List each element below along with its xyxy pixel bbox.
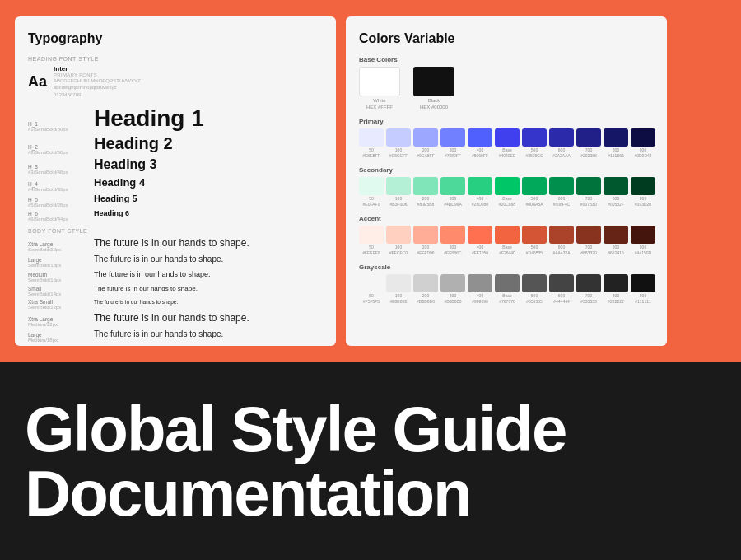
color-label: 400 xyxy=(477,293,483,298)
color-hex-label: #D0D0D0 xyxy=(417,299,435,304)
font-sample-row: Aa Inter PRIMARY FONTS ABCDEFGHIJKLMNOPQ… xyxy=(28,65,323,98)
heading-6-text: Heading 6 xyxy=(94,209,129,218)
color-label: 400 xyxy=(477,147,483,152)
color-swatch xyxy=(413,226,438,244)
secondary-label: Secondary xyxy=(359,166,654,174)
color-label: 500 xyxy=(531,293,538,298)
color-hex-label: #909090 xyxy=(472,299,487,304)
color-hex-label: #F5F5F5 xyxy=(363,299,380,304)
color-hex-label: #4040EE xyxy=(499,153,516,158)
body-sample-3: The future is in our hands to shape. xyxy=(94,270,211,278)
color-hex-label: #44150D xyxy=(635,250,651,255)
color-label: 400 xyxy=(477,196,483,201)
color-hex-label: #9CA8FF xyxy=(417,153,434,158)
color-swatch-wrap: 100#FFCFC0 xyxy=(386,226,411,255)
grayscale-label: Grayscale xyxy=(359,264,654,271)
base-swatch-white: White HEX #FFFF xyxy=(359,67,400,110)
color-hex-label: #FFCFC0 xyxy=(389,250,408,255)
color-label: 900 xyxy=(640,293,646,298)
body-sample-2: The future is in our hands to shape. xyxy=(94,254,223,264)
color-label: 100 xyxy=(395,196,402,201)
color-label: 800 xyxy=(613,147,619,152)
color-swatch-wrap: 100#C5CCFF xyxy=(386,128,411,158)
color-swatch xyxy=(631,274,655,292)
color-label: 100 xyxy=(395,147,402,152)
heading-1-text: Heading 1 xyxy=(94,106,204,132)
color-hex-label: #008F4C xyxy=(553,202,571,207)
color-swatch-wrap: 700#00733D xyxy=(576,177,601,207)
color-hex-label: #C5CCFF xyxy=(389,153,408,158)
color-swatch xyxy=(440,128,465,147)
secondary-section: Secondary 50#E0FAF0100#B3F0D6200#80E5B83… xyxy=(359,166,654,207)
color-label: 500 xyxy=(531,196,538,201)
heading-2-text: Heading 2 xyxy=(94,133,173,153)
color-swatch-wrap: 600#AA432A xyxy=(549,226,574,255)
color-swatch-wrap: 900#0D0D44 xyxy=(631,128,655,158)
color-swatch xyxy=(386,177,411,195)
color-swatch-wrap: Base#707070 xyxy=(495,274,520,304)
body-row-7: LargeMedium/18px The future is in our ha… xyxy=(28,329,323,343)
color-hex-label: #FF7050 xyxy=(472,250,488,255)
heading-key-6: H_6 xyxy=(28,211,86,217)
heading-spec-6: #6/SemiBold/44px xyxy=(28,217,86,222)
color-swatch xyxy=(495,177,520,195)
heading-row-1: H_1 #1/SemiBold/80px Heading 1 xyxy=(28,106,323,132)
color-swatch-wrap: 700#883320 xyxy=(576,226,601,255)
top-section: Typography Heading font style Aa Inter P… xyxy=(0,0,741,362)
color-swatch-wrap: 200#FFAD96 xyxy=(413,226,438,255)
typography-title: Typography xyxy=(28,31,323,46)
color-swatch-wrap: 50#FFEEE8 xyxy=(359,226,384,255)
color-hex-label: #00C668 xyxy=(499,202,515,207)
body-row-8: MediumMedium/16px The future is in our h… xyxy=(28,345,323,346)
color-swatch xyxy=(359,128,384,147)
color-label: 600 xyxy=(558,147,565,152)
color-hex-label: #80E5B8 xyxy=(417,202,435,207)
color-swatch xyxy=(468,177,492,195)
color-hex-label: #555555 xyxy=(526,299,542,304)
accent-section: Accent 50#FFEEE8100#FFCFC0200#FFAD96300#… xyxy=(359,215,654,255)
color-label: 200 xyxy=(422,147,429,152)
color-swatch xyxy=(549,274,574,292)
color-swatch xyxy=(522,226,547,244)
color-swatch xyxy=(604,274,628,292)
base-colors-label: Base Colors xyxy=(359,56,654,63)
color-swatch xyxy=(468,226,492,244)
font-chars-3: 0123456789 xyxy=(54,91,141,98)
body-row-2: LargeSemiBold/18px The future is in our … xyxy=(28,254,323,268)
color-label: 50 xyxy=(369,293,374,298)
color-hex-label: #F26440 xyxy=(499,250,515,255)
white-swatch xyxy=(359,67,400,96)
secondary-color-row: 50#E0FAF0100#B3F0D6200#80E5B8300#4DD99A4… xyxy=(359,177,654,207)
color-label: 50 xyxy=(369,245,374,250)
color-swatch-wrap: 200#9CA8FF xyxy=(413,128,438,158)
color-swatch-wrap: 900#44150D xyxy=(631,226,655,255)
color-swatch-wrap: Base#F26440 xyxy=(495,226,520,255)
color-swatch xyxy=(413,274,438,292)
color-swatch xyxy=(413,177,438,195)
color-hex-label: #202088 xyxy=(580,153,596,158)
color-label: 600 xyxy=(558,196,565,201)
color-hex-label: #883320 xyxy=(580,250,596,255)
color-swatch xyxy=(604,128,628,147)
color-swatch xyxy=(386,274,411,292)
hero-line1: Global Style Guide xyxy=(25,397,566,461)
colors-title: Colors Variable xyxy=(359,31,654,46)
font-chars-2: abcdefghijklmnopqrstuvwxyz xyxy=(54,84,141,91)
color-swatch-wrap: 500#555555 xyxy=(522,274,547,304)
color-hex-label: #0D0D44 xyxy=(634,153,651,158)
color-swatch-wrap: 50#E8EBFF xyxy=(359,128,384,158)
base-colors-row: White HEX #FFFF Black HEX #00000 xyxy=(359,67,654,110)
heading-4-text: Heading 4 xyxy=(94,176,145,189)
color-swatch xyxy=(386,226,411,244)
color-swatch-wrap: 700#333333 xyxy=(576,274,601,304)
color-hex-label: #FFEEE8 xyxy=(362,250,380,255)
color-swatch-wrap: 900#003D20 xyxy=(631,177,655,207)
color-swatch xyxy=(576,177,601,195)
color-swatch-wrap: 600#2A2AAA xyxy=(549,128,574,158)
color-hex-label: #222222 xyxy=(608,299,623,304)
color-label: Base xyxy=(502,196,511,201)
color-label: 300 xyxy=(450,293,456,298)
color-label: Base xyxy=(502,147,511,152)
color-label: 50 xyxy=(369,147,374,152)
color-label: 800 xyxy=(613,245,619,250)
